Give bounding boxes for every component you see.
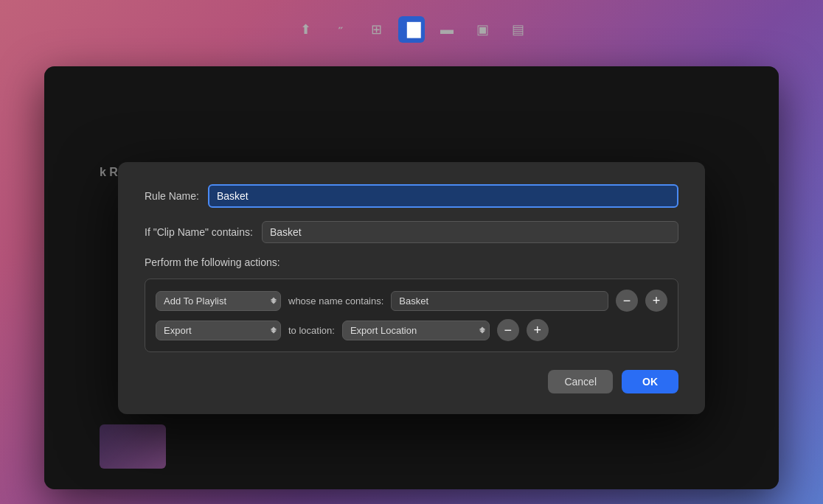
clip-name-label: If "Clip Name" contains: <box>145 226 253 238</box>
action2-connector-label: to location: <box>288 325 335 336</box>
app-toolbar: ⬆ ˶ ⊞ ▐█ ▬ ▣ ▤ <box>0 0 823 59</box>
clip-name-row: If "Clip Name" contains: <box>145 221 678 243</box>
action2-location-wrapper: Export Location Desktop Documents Movies <box>342 321 490 340</box>
layout1-icon[interactable]: ▣ <box>469 16 496 43</box>
rule-name-row: Rule Name: <box>145 184 678 208</box>
action2-add-button[interactable]: + <box>527 319 549 341</box>
action2-type-wrapper: Add To Playlist Export Move To Trash <box>156 321 281 340</box>
main-panel: k Rate ❯ Rule Name: If "Clip Name" conta… <box>44 66 779 489</box>
action-row-2: Add To Playlist Export Move To Trash to … <box>156 319 667 341</box>
action2-location-select[interactable]: Export Location Desktop Documents Movies <box>342 321 490 340</box>
action2-type-select[interactable]: Add To Playlist Export Move To Trash <box>156 321 281 340</box>
action-row-1: Add To Playlist Export Move To Trash who… <box>156 290 667 312</box>
action1-remove-button[interactable]: − <box>616 290 638 312</box>
bar-chart-icon[interactable]: ▐█ <box>398 16 425 43</box>
grid-icon[interactable]: ⊞ <box>363 16 389 43</box>
cancel-button[interactable]: Cancel <box>548 370 613 393</box>
layout2-icon[interactable]: ▤ <box>504 16 531 43</box>
action1-connector-label: whose name contains: <box>288 295 383 307</box>
filmstrip-icon[interactable]: ▬ <box>434 16 460 43</box>
rule-editor-dialog: Rule Name: If "Clip Name" contains: Perf… <box>118 162 705 414</box>
thumbnail-strip <box>100 424 166 469</box>
actions-section-label: Perform the following actions: <box>145 256 678 268</box>
ok-button[interactable]: OK <box>622 370 678 393</box>
action1-add-button[interactable]: + <box>645 290 667 312</box>
actions-container: Add To Playlist Export Move To Trash who… <box>145 279 678 352</box>
filter-icon[interactable]: ˶ <box>327 16 354 43</box>
action1-type-wrapper: Add To Playlist Export Move To Trash <box>156 291 281 311</box>
rule-name-label: Rule Name: <box>145 190 199 202</box>
clip-name-input[interactable] <box>262 221 678 243</box>
action2-remove-button[interactable]: − <box>497 319 519 341</box>
action1-text-input[interactable] <box>391 291 608 311</box>
action1-type-select[interactable]: Add To Playlist Export Move To Trash <box>156 291 281 311</box>
dialog-footer: Cancel OK <box>145 370 678 393</box>
rule-name-input[interactable] <box>208 184 678 208</box>
share-icon[interactable]: ⬆ <box>292 16 319 43</box>
